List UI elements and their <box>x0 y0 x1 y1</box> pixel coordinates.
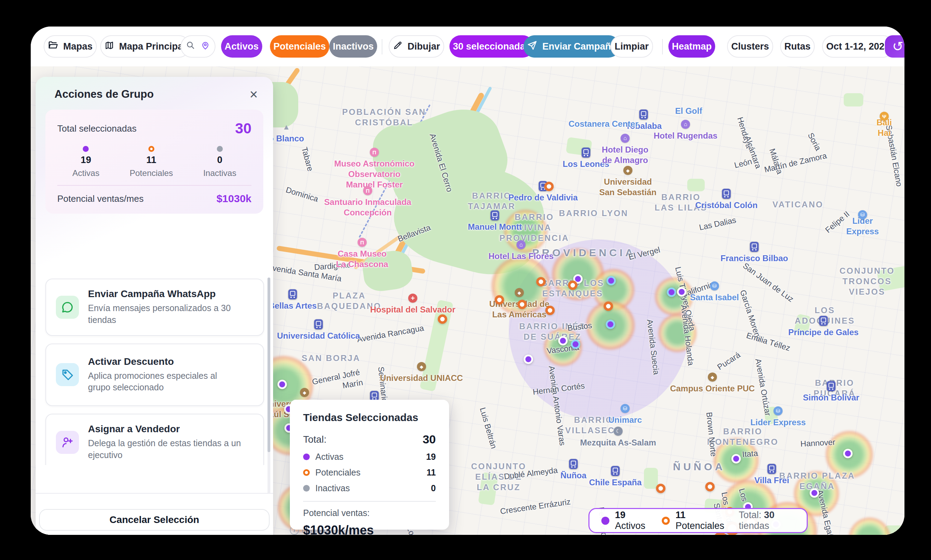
potential-ring-icon <box>662 517 670 525</box>
map-marker-active[interactable] <box>524 355 533 364</box>
inactive-dot-icon <box>217 146 223 152</box>
map-marker-potential[interactable] <box>545 182 554 191</box>
active-dot-icon <box>303 454 310 460</box>
museum-icon: Π <box>358 238 367 247</box>
map-marker-potential[interactable] <box>495 295 504 305</box>
map-park <box>478 472 498 506</box>
map-marker-active[interactable] <box>677 287 686 297</box>
map-marker-active[interactable] <box>810 488 819 498</box>
food-icon: Ψ <box>880 112 889 121</box>
map-marker-active[interactable] <box>843 449 853 458</box>
send-icon <box>527 40 537 53</box>
activas-label: Activas <box>72 168 99 178</box>
map-park <box>644 468 658 489</box>
action-desc: Envía mensajes personalizados a 30 tiend… <box>88 302 254 326</box>
mapas-button[interactable]: Mapas <box>44 35 97 58</box>
mosque-icon: ☾ <box>614 427 623 436</box>
map-marker-potential[interactable] <box>438 315 447 324</box>
date-range-label: Oct 1-12, 2025 <box>826 41 890 52</box>
scrollbar-thumb[interactable] <box>268 278 270 452</box>
map-label: Tobalaba <box>625 121 662 131</box>
history-button[interactable]: ↺ <box>885 35 905 58</box>
map-marker-active[interactable] <box>606 320 615 329</box>
map-marker-potential[interactable] <box>705 482 715 492</box>
metro-icon <box>491 211 499 221</box>
legend-total-prefix: Total: <box>739 510 762 520</box>
popup-total-label: Total: <box>303 434 326 445</box>
map-icon <box>105 40 114 53</box>
map-marker-potential[interactable] <box>568 281 578 290</box>
cart-icon: ⛁ <box>620 404 629 413</box>
map-marker-active[interactable] <box>571 340 580 349</box>
map-label: Málaga <box>767 147 785 175</box>
action-activar-descuento[interactable]: Activar Descuento Aplica promociones esp… <box>45 343 264 406</box>
close-icon[interactable]: × <box>250 87 258 101</box>
dibujar-button[interactable]: Dibujar <box>389 35 444 58</box>
map-marker-potential[interactable] <box>656 484 666 493</box>
enviar-campana-button[interactable]: Enviar Campaña <box>523 35 620 58</box>
map-park <box>361 249 414 293</box>
map-label: Mezquita As-Salam <box>580 437 656 448</box>
map-marker-potential[interactable] <box>517 300 527 309</box>
map-label: General Jofré <box>311 367 361 387</box>
legend-potential-label: Potenciales <box>676 520 724 531</box>
active-dot-icon <box>83 146 89 152</box>
map-label: Dardignac <box>314 260 351 272</box>
limpiar-label: Limpiar <box>615 41 649 52</box>
heatmap-blob <box>849 517 891 535</box>
search-location-button[interactable] <box>180 35 215 58</box>
inactive-dot-icon <box>303 485 310 492</box>
univ-icon: ◆ <box>417 362 426 371</box>
map-label: León <box>733 156 753 170</box>
whatsapp-icon <box>56 296 79 319</box>
map-marker-active[interactable] <box>278 380 287 389</box>
filter-inactivos-button[interactable]: Inactivos <box>329 35 377 58</box>
map-marker-potential[interactable] <box>536 277 546 287</box>
mapa-principal-button[interactable]: Mapa Principal <box>100 35 190 58</box>
limpiar-button[interactable]: Limpiar <box>611 35 653 58</box>
map-label: CONJUNTO ELÍAS DE LA CRUZ <box>471 461 526 492</box>
filter-potenciales-button[interactable]: Potenciales <box>270 35 329 58</box>
metro-icon <box>569 459 578 469</box>
map-marker-active[interactable] <box>559 336 568 346</box>
selection-count-badge[interactable]: 30 seleccionadas <box>449 35 534 58</box>
map-marker-active[interactable] <box>732 454 741 464</box>
selection-badge-label: 30 seleccionadas <box>453 41 531 52</box>
legend-potential-count: 11 <box>676 510 685 520</box>
map-park <box>373 124 450 183</box>
popup-row-label: Inactivas <box>315 483 350 493</box>
view-heatmap-button[interactable]: Heatmap <box>668 35 715 58</box>
view-clusters-button[interactable]: Clusters <box>727 35 773 58</box>
legend-active-count: 19 <box>615 510 625 520</box>
metro-icon <box>750 242 759 252</box>
inactivos-label: Inactivos <box>333 41 374 52</box>
rutas-label: Rutas <box>784 41 811 52</box>
app-window: POBLACIÓN SAN CRISTÓBALBARRIO TAJAMARBAR… <box>31 26 905 535</box>
popup-potencial-label: Potencial ventas: <box>303 508 436 518</box>
date-range-button[interactable]: Oct 1-12, 2025 <box>822 35 894 58</box>
filter-activos-button[interactable]: Activos <box>221 35 262 58</box>
total-seleccionadas-value: 30 <box>235 120 251 137</box>
map-label: Universidad Católica <box>277 331 360 341</box>
action-enviar-whatsapp[interactable]: Enviar Campaña WhatsApp Envía mensajes p… <box>45 278 264 336</box>
hotel-icon: ⌂ <box>517 240 526 249</box>
heatmap-blob <box>658 314 697 352</box>
potenciales-label: Potenciales <box>129 168 173 178</box>
map-marker-potential[interactable] <box>545 306 555 315</box>
map-label: Soria <box>806 131 823 152</box>
view-rutas-button[interactable]: Rutas <box>780 35 815 58</box>
map-marker-active[interactable] <box>667 288 676 297</box>
hotel-icon: ⌂ <box>620 134 629 143</box>
stat-activas: 19 Activas <box>72 146 99 178</box>
map-marker-active[interactable] <box>606 276 616 286</box>
map-label: Sebastián Elcano <box>883 124 904 187</box>
map-label: Felipe II <box>823 209 851 235</box>
enviar-campana-label: Enviar Campaña <box>542 41 616 52</box>
metro-icon <box>819 316 828 326</box>
map-marker-potential[interactable] <box>604 302 613 311</box>
popup-row-label: Potenciales <box>315 468 360 478</box>
map-label: Luis Beltrán <box>477 406 499 450</box>
action-asignar-vendedor[interactable]: Asignar a Vendedor Delega la gestión de … <box>45 414 264 465</box>
search-icon <box>186 40 195 53</box>
cancelar-seleccion-button[interactable]: Cancelar Selección <box>39 509 269 531</box>
